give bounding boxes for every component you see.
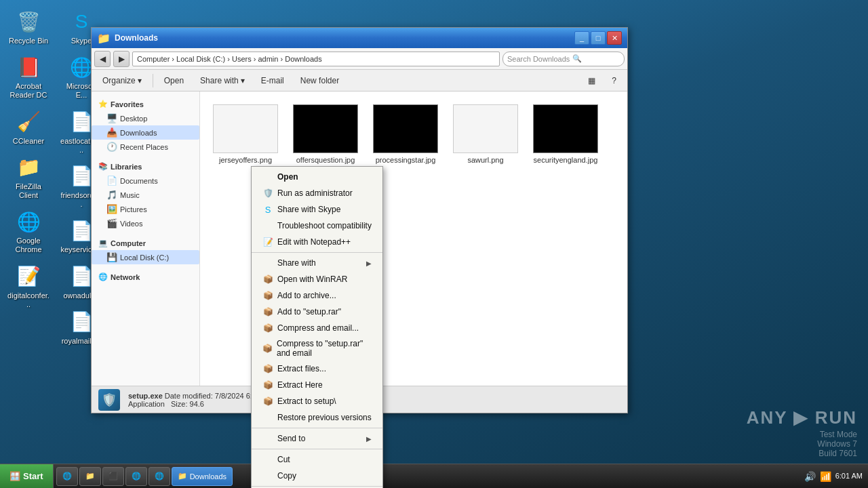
new-folder-button[interactable]: New folder	[295, 73, 344, 89]
ctx-run-as-admin[interactable]: 🛡️ Run as administrator	[252, 185, 382, 201]
favorites-header[interactable]: ⭐ Favorites	[92, 97, 199, 111]
securityengland-name: securityengland.jpg	[534, 156, 598, 165]
taskbar-clock[interactable]: 6:01 AM	[835, 471, 863, 481]
ctx-cut-label: Cut	[277, 455, 290, 464]
views-button[interactable]: ▦	[583, 73, 601, 89]
file-item-jerseyoffers[interactable]: jerseyoffers.png	[208, 100, 283, 169]
open-label: Open	[164, 76, 184, 85]
network-icon: 🌐	[98, 272, 108, 281]
file-item-sawurl[interactable]: sawurl.png	[448, 100, 523, 169]
file-item-securityengland[interactable]: securityengland.jpg	[528, 100, 603, 169]
ie2-icon: 🌐	[155, 472, 164, 481]
organize-label: Organize	[102, 76, 136, 85]
restore-button[interactable]: □	[591, 31, 606, 45]
desktop-icon-recycle-bin[interactable]: 🗑️ Recycle Bin	[4, 5, 53, 48]
folder-title-icon: 📁	[97, 32, 111, 45]
desktop-icon-acrobat[interactable]: 📕 Acrobat Reader DC	[4, 51, 53, 102]
forward-button[interactable]: ▶	[113, 51, 130, 67]
sidebar-item-local-disk[interactable]: 💾 Local Disk (C:)	[92, 250, 199, 264]
back-button[interactable]: ◀	[94, 51, 111, 67]
title-bar-left: 📁 Downloads	[97, 32, 158, 45]
videos-icon: 🎬	[106, 218, 117, 228]
new-folder-label: New folder	[300, 76, 339, 85]
ctx-extract-files[interactable]: 📦 Extract files...	[252, 361, 382, 377]
ctx-extract-setup-icon: 📦	[262, 396, 273, 407]
sidebar-item-pictures[interactable]: 🖼️ Pictures	[92, 202, 199, 216]
ctx-restore[interactable]: Restore previous versions	[252, 409, 382, 426]
taskbar-ie[interactable]: 🌐	[56, 467, 78, 486]
ctx-compress-setup-label: Compress to "setup.rar" and email	[277, 339, 372, 358]
sidebar-item-documents[interactable]: 📄 Documents	[92, 174, 199, 188]
tray-volume-icon[interactable]: 🔊	[804, 471, 816, 482]
any-run-logo: ANY ▶ RUN Test ModeWindows 7Build 7601	[747, 407, 857, 458]
ctx-edit-notepad[interactable]: 📝 Edit with Notepad++	[252, 234, 382, 250]
chrome-taskbar-icon: 🌐	[132, 472, 141, 481]
ctx-extract-files-label: Extract files...	[277, 364, 326, 373]
securityengland-thumbnail	[533, 104, 598, 153]
recycle-bin-label: Recycle Bin	[9, 37, 48, 45]
tray-network-icon[interactable]: 📶	[820, 471, 831, 482]
ctx-extract-here[interactable]: 📦 Extract Here	[252, 377, 382, 393]
explorer-icon: 📁	[85, 472, 95, 481]
ctx-share-with[interactable]: Share with ▶	[252, 255, 382, 271]
computer-header[interactable]: 💻 Computer	[92, 236, 199, 250]
desktop-folder-icon: 🖥️	[106, 113, 117, 123]
processingstar-name: processingstar.jpg	[376, 156, 436, 165]
ctx-copy[interactable]: Copy	[252, 468, 382, 484]
ctx-add-archive[interactable]: 📦 Add to archive...	[252, 287, 382, 304]
breadcrumb[interactable]: Computer › Local Disk (C:) › Users › adm…	[132, 52, 500, 66]
file-item-processingstar[interactable]: processingstar.jpg	[368, 100, 443, 169]
favorites-label: Favorites	[111, 100, 144, 108]
sidebar-item-music[interactable]: 🎵 Music	[92, 188, 199, 202]
ctx-troubleshoot[interactable]: Troubleshoot compatibility	[252, 218, 382, 234]
taskbar-cmd[interactable]: ⬛	[102, 467, 124, 486]
ctx-send-arrow: ▶	[366, 435, 372, 443]
ctx-open[interactable]: Open	[252, 169, 382, 185]
desktop-icon-ccleaner[interactable]: 🧹 CCleaner	[4, 106, 53, 148]
taskbar-explorer[interactable]: 📁	[79, 467, 101, 486]
desktop-icon-digitalconf[interactable]: 📝 digitalconfer...	[4, 260, 53, 312]
network-label: Network	[111, 273, 140, 281]
taskbar-chrome[interactable]: 🌐	[125, 467, 147, 486]
desktop-icon-filezilla[interactable]: 📁 FileZilla Client	[4, 151, 53, 203]
sidebar-item-desktop[interactable]: 🖥️ Desktop	[92, 111, 199, 125]
music-label: Music	[120, 191, 140, 199]
libraries-header[interactable]: 📚 Libraries	[92, 159, 199, 174]
network-header[interactable]: 🌐 Network	[92, 270, 199, 284]
help-button[interactable]: ?	[606, 73, 622, 89]
file-item-offersquestion[interactable]: offersquestion.jpg	[288, 100, 363, 169]
ctx-add-setup-rar[interactable]: 📦 Add to "setup.rar"	[252, 304, 382, 320]
share-with-button[interactable]: Share with ▾	[195, 73, 250, 89]
ctx-open-winrar[interactable]: 📦 Open with WinRAR	[252, 271, 382, 287]
taskbar-downloads[interactable]: 📁 Downloads	[172, 467, 233, 486]
ctx-share-skype[interactable]: S Share with Skype	[252, 201, 382, 218]
sidebar-item-downloads[interactable]: 📥 Downloads	[92, 125, 199, 140]
recent-item-label: Recent Places	[120, 143, 168, 151]
downloads-taskbar-label: Downloads	[190, 472, 226, 481]
ctx-compress-email[interactable]: 📦 Compress and email...	[252, 320, 382, 336]
local-disk-icon: 💾	[106, 252, 117, 262]
close-button[interactable]: ✕	[607, 31, 622, 45]
ctx-extract-setup[interactable]: 📦 Extract to setup\	[252, 393, 382, 409]
organize-button[interactable]: Organize ▾	[97, 73, 147, 89]
sidebar-item-videos[interactable]: 🎬 Videos	[92, 216, 199, 230]
downloads-taskbar-icon: 📁	[178, 472, 187, 481]
digitalconf-label: digitalconfer...	[7, 291, 50, 309]
taskbar-ie2[interactable]: 🌐	[149, 467, 170, 486]
ctx-compress-setup-email[interactable]: 📦 Compress to "setup.rar" and email	[252, 336, 382, 361]
pictures-icon: 🖼️	[106, 204, 117, 214]
digitalconf-icon: 📝	[15, 263, 42, 290]
minimize-button[interactable]: _	[574, 31, 589, 45]
ctx-separator-4	[252, 486, 382, 487]
ccleaner-icon: 🧹	[15, 108, 42, 136]
email-button[interactable]: E-mail	[256, 73, 290, 89]
search-box[interactable]: Search Downloads 🔍	[502, 52, 625, 66]
sidebar-item-recent[interactable]: 🕐 Recent Places	[92, 140, 199, 154]
desktop-icon-chrome[interactable]: 🌐 Google Chrome	[4, 205, 53, 257]
context-menu: Open 🛡️ Run as administrator S Share wit…	[251, 166, 383, 488]
ctx-cut[interactable]: Cut	[252, 451, 382, 468]
share-arrow-icon: ▾	[241, 76, 245, 85]
ctx-send-to[interactable]: Send to ▶	[252, 430, 382, 447]
start-button[interactable]: 🪟 Start	[0, 464, 54, 489]
open-button[interactable]: Open	[159, 73, 189, 89]
